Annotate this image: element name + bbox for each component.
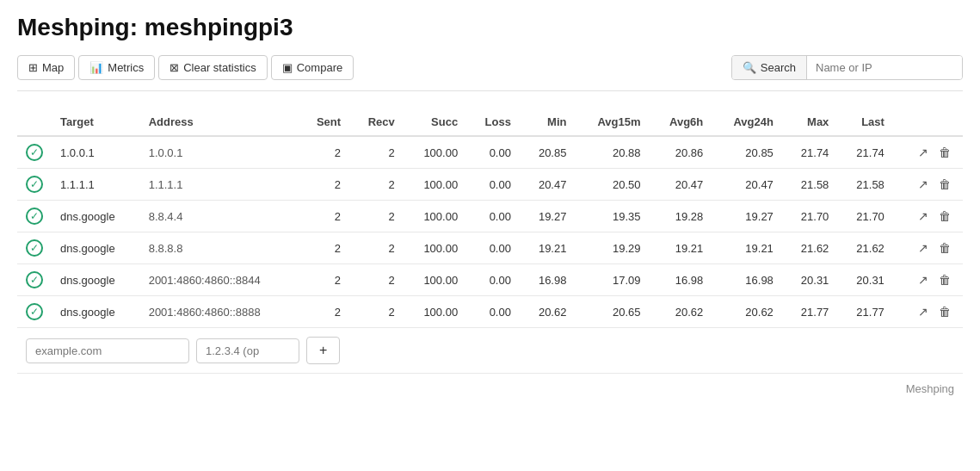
cell-avg24h-0: 20.85 bbox=[712, 136, 782, 169]
page-title: Meshping: meshpingpi3 bbox=[17, 14, 963, 41]
footer-row: Meshping bbox=[17, 374, 963, 399]
search-icon: 🔍 bbox=[743, 61, 756, 74]
cell-sent-4: 2 bbox=[299, 264, 349, 296]
delete-button-2[interactable]: 🗑 bbox=[935, 208, 954, 225]
cell-recv-4: 2 bbox=[349, 264, 404, 296]
col-loss: Loss bbox=[466, 108, 520, 136]
map-icon: ⊞ bbox=[28, 61, 38, 74]
col-avg24h: Avg24h bbox=[712, 108, 782, 136]
table-row: ✓ dns.google 2001:4860:4860::8888 2 2 10… bbox=[17, 296, 963, 328]
cell-avg15m-1: 20.50 bbox=[575, 169, 649, 201]
cell-loss-4: 0.00 bbox=[466, 264, 520, 296]
cell-actions-4: ↗ 🗑 bbox=[893, 264, 963, 296]
cell-max-2: 21.70 bbox=[782, 201, 838, 232]
cell-status-1: ✓ bbox=[17, 169, 52, 201]
cell-max-3: 21.62 bbox=[782, 232, 838, 264]
cell-target-4: dns.google bbox=[52, 264, 140, 296]
search-button[interactable]: 🔍 Search bbox=[732, 56, 807, 79]
cell-min-0: 20.85 bbox=[520, 136, 576, 169]
cell-status-0: ✓ bbox=[17, 136, 52, 169]
cell-loss-1: 0.00 bbox=[466, 169, 520, 201]
cell-actions-5: ↗ 🗑 bbox=[893, 296, 963, 328]
cell-target-2: dns.google bbox=[52, 201, 140, 232]
delete-button-5[interactable]: 🗑 bbox=[935, 303, 954, 320]
col-avg15m: Avg15m bbox=[575, 108, 649, 136]
delete-button-0[interactable]: 🗑 bbox=[935, 144, 954, 161]
cell-last-3: 21.62 bbox=[837, 232, 893, 264]
cell-address-3: 8.8.8.8 bbox=[140, 232, 299, 264]
toolbar: ⊞ Map 📊 Metrics ⊠ Clear statistics ▣ Com… bbox=[17, 55, 963, 91]
cell-min-5: 20.62 bbox=[520, 296, 576, 328]
map-button[interactable]: ⊞ Map bbox=[17, 55, 75, 80]
col-status bbox=[17, 108, 52, 136]
cell-max-1: 21.58 bbox=[782, 169, 838, 201]
clear-statistics-button[interactable]: ⊠ Clear statistics bbox=[158, 55, 268, 80]
cell-status-4: ✓ bbox=[17, 264, 52, 296]
cell-avg6h-5: 20.62 bbox=[650, 296, 712, 328]
add-row: + bbox=[17, 328, 963, 375]
col-last: Last bbox=[837, 108, 893, 136]
cell-recv-2: 2 bbox=[349, 201, 404, 232]
cell-sent-2: 2 bbox=[299, 201, 349, 232]
status-ok-icon: ✓ bbox=[26, 303, 43, 320]
cell-address-2: 8.8.4.4 bbox=[140, 201, 299, 232]
col-recv: Recv bbox=[349, 108, 404, 136]
cell-min-1: 20.47 bbox=[520, 169, 576, 201]
cell-sent-1: 2 bbox=[299, 169, 349, 201]
table-row: ✓ dns.google 8.8.4.4 2 2 100.00 0.00 19.… bbox=[17, 201, 963, 232]
cell-avg15m-4: 17.09 bbox=[575, 264, 649, 296]
cell-avg24h-4: 16.98 bbox=[712, 264, 782, 296]
cell-address-5: 2001:4860:4860::8888 bbox=[140, 296, 299, 328]
cell-loss-3: 0.00 bbox=[466, 232, 520, 264]
cell-last-0: 21.74 bbox=[837, 136, 893, 169]
cell-avg6h-0: 20.86 bbox=[650, 136, 712, 169]
compare-icon: ▣ bbox=[282, 61, 293, 74]
footer-label: Meshping bbox=[906, 382, 954, 395]
cell-avg15m-0: 20.88 bbox=[575, 136, 649, 169]
cell-avg24h-1: 20.47 bbox=[712, 169, 782, 201]
chart-button-4[interactable]: ↗ bbox=[915, 271, 932, 288]
cell-target-0: 1.0.0.1 bbox=[52, 136, 140, 169]
delete-button-1[interactable]: 🗑 bbox=[935, 176, 954, 193]
cell-address-4: 2001:4860:4860::8844 bbox=[140, 264, 299, 296]
chart-button-5[interactable]: ↗ bbox=[915, 303, 932, 320]
cell-min-4: 16.98 bbox=[520, 264, 576, 296]
status-ok-icon: ✓ bbox=[26, 144, 43, 161]
col-actions bbox=[893, 108, 963, 136]
cell-avg15m-5: 20.65 bbox=[575, 296, 649, 328]
metrics-button[interactable]: 📊 Metrics bbox=[78, 55, 155, 80]
cell-last-2: 21.70 bbox=[837, 201, 893, 232]
cell-status-2: ✓ bbox=[17, 201, 52, 232]
col-address: Address bbox=[140, 108, 299, 136]
chart-button-3[interactable]: ↗ bbox=[915, 239, 932, 257]
add-plus-button[interactable]: + bbox=[306, 337, 340, 364]
cell-actions-3: ↗ 🗑 bbox=[893, 232, 963, 264]
cell-sent-3: 2 bbox=[299, 232, 349, 264]
cell-max-5: 21.77 bbox=[782, 296, 838, 328]
cell-avg6h-3: 19.21 bbox=[650, 232, 712, 264]
search-input[interactable] bbox=[807, 56, 962, 79]
col-max: Max bbox=[782, 108, 838, 136]
cell-actions-1: ↗ 🗑 bbox=[893, 169, 963, 201]
cell-loss-0: 0.00 bbox=[466, 136, 520, 169]
cell-avg6h-1: 20.47 bbox=[650, 169, 712, 201]
cell-avg24h-3: 19.21 bbox=[712, 232, 782, 264]
delete-button-4[interactable]: 🗑 bbox=[935, 271, 954, 288]
cell-address-1: 1.1.1.1 bbox=[140, 169, 299, 201]
search-container: 🔍 Search bbox=[731, 55, 963, 80]
cell-avg24h-5: 20.62 bbox=[712, 296, 782, 328]
chart-button-0[interactable]: ↗ bbox=[915, 144, 932, 161]
cell-target-3: dns.google bbox=[52, 232, 140, 264]
chart-button-1[interactable]: ↗ bbox=[915, 176, 932, 193]
cell-avg6h-2: 19.28 bbox=[650, 201, 712, 232]
compare-button[interactable]: ▣ Compare bbox=[271, 55, 354, 80]
main-table: Target Address Sent Recv Succ Loss Min A… bbox=[17, 108, 963, 399]
cell-loss-2: 0.00 bbox=[466, 201, 520, 232]
add-ip-input[interactable] bbox=[196, 338, 299, 363]
add-name-input[interactable] bbox=[26, 338, 189, 363]
cell-succ-2: 100.00 bbox=[404, 201, 466, 232]
cell-actions-0: ↗ 🗑 bbox=[893, 136, 963, 169]
cell-succ-1: 100.00 bbox=[404, 169, 466, 201]
delete-button-3[interactable]: 🗑 bbox=[935, 239, 954, 257]
chart-button-2[interactable]: ↗ bbox=[915, 208, 932, 225]
